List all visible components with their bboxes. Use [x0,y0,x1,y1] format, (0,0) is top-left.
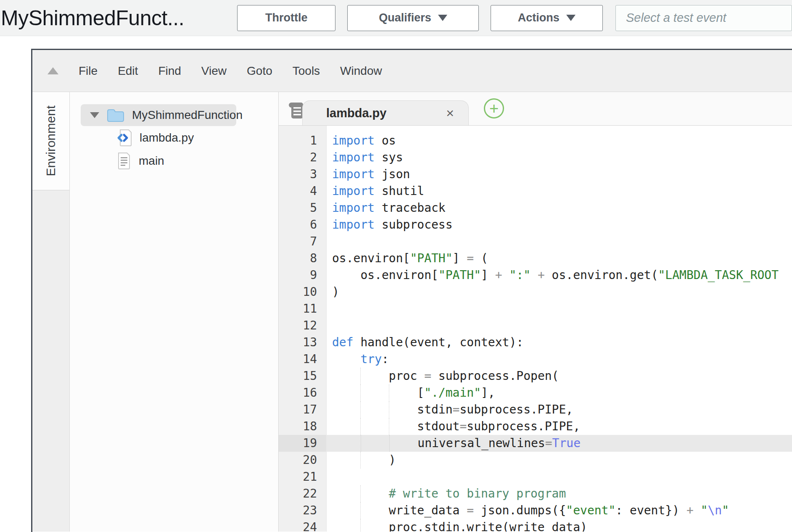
menu-item-edit[interactable]: Edit [118,64,138,78]
line-content: import os [326,132,792,149]
code-line-10[interactable]: 10) [279,284,792,300]
actions-button-label: Actions [518,11,560,24]
folder-icon [107,108,124,122]
menu-item-file[interactable]: File [79,64,98,78]
code-line-19[interactable]: 19 universal_newlines=True [279,435,792,452]
line-number: 9 [279,267,326,284]
tab-lambda-py[interactable]: lambda.py × [302,100,469,125]
line-number: 10 [279,284,326,300]
line-content: universal_newlines=True [327,435,792,452]
code-line-22[interactable]: 22 # write to binary program [279,485,792,502]
line-content [326,233,792,250]
line-content: ["./main"], [326,385,792,401]
menu-item-window[interactable]: Window [340,64,382,78]
throttle-button[interactable]: Throttle [237,5,335,31]
line-content [326,469,792,485]
line-number: 6 [279,216,326,233]
code-line-6[interactable]: 6import subprocess [279,216,792,233]
editor-tabbar: lambda.py × + [279,92,792,126]
line-number: 23 [279,502,326,519]
aws-function-header: MyShimmedFunct... Throttle Qualifiers Ac… [0,0,792,36]
indent-guide [361,435,361,452]
code-line-11[interactable]: 11 [279,300,792,317]
line-number: 7 [279,233,326,250]
code-line-7[interactable]: 7 [279,233,792,250]
code-line-4[interactable]: 4import shutil [279,183,792,200]
file-tree-panel: MyShimmedFunction lambda.pymain [70,92,279,532]
line-number: 13 [279,334,326,351]
code-line-14[interactable]: 14 try: [279,351,792,368]
code-line-1[interactable]: 1import os [279,132,792,149]
indent-guide [360,502,361,519]
line-content: # write to binary program [326,485,792,502]
tab-close-icon[interactable]: × [446,106,454,120]
code-line-3[interactable]: 3import json [279,166,792,183]
line-number: 2 [279,149,326,166]
line-number: 24 [279,519,326,532]
test-event-placeholder: Select a test event [626,11,726,25]
line-content: ) [326,452,792,469]
collapse-editor-icon[interactable] [48,67,58,74]
actions-dropdown-button[interactable]: Actions [491,5,603,31]
environment-tab[interactable]: Environment [32,92,69,190]
code-line-20[interactable]: 20 ) [279,452,792,469]
menu-item-goto[interactable]: Goto [247,64,272,78]
menu-item-find[interactable]: Find [158,64,181,78]
code-editor: lambda.py × + 1import os2import sys3impo… [279,92,792,532]
tab-list-icon[interactable] [288,102,304,121]
code-line-13[interactable]: 13def handle(event, context): [279,334,792,351]
code-line-23[interactable]: 23 write_data = json.dumps({"event": eve… [279,502,792,519]
code-line-5[interactable]: 5import traceback [279,200,792,216]
menu-item-tools[interactable]: Tools [293,64,320,78]
file-name: lambda.py [140,131,194,145]
line-content: import subprocess [326,216,792,233]
tree-folder-row[interactable]: MyShimmedFunction [81,104,236,126]
line-content: os.environ["PATH"] + ":" + os.environ.ge… [326,267,792,284]
line-content: import traceback [326,200,792,216]
indent-guide [389,435,390,452]
line-content: import json [326,166,792,183]
line-number: 3 [279,166,326,183]
code-line-15[interactable]: 15 proc = subprocess.Popen( [279,368,792,385]
environment-tab-label: Environment [44,105,58,176]
indent-guide [389,401,389,418]
code-area[interactable]: 1import os2import sys3import json4import… [279,126,792,532]
line-number: 15 [279,368,326,385]
line-number: 18 [279,418,326,435]
tree-file-row-main[interactable]: main [70,149,278,172]
file-name: main [139,154,164,168]
code-line-24[interactable]: 24 proc.stdin.write(write_data) [279,519,792,532]
code-line-9[interactable]: 9 os.environ["PATH"] + ":" + os.environ.… [279,267,792,284]
line-number: 19 [279,435,326,452]
code-line-16[interactable]: 16 ["./main"], [279,385,792,401]
cloud9-editor-window: FileEditFindViewGotoToolsWindow Environm… [31,49,792,532]
indent-guide [360,519,361,532]
code-line-8[interactable]: 8os.environ["PATH"] = ( [279,250,792,267]
line-content: write_data = json.dumps({"event": event}… [326,502,792,519]
line-number: 17 [279,401,326,418]
code-line-21[interactable]: 21 [279,469,792,485]
code-line-2[interactable]: 2import sys [279,149,792,166]
line-number: 5 [279,200,326,216]
indent-guide [360,385,361,401]
test-event-select[interactable]: Select a test event [615,5,792,31]
caret-down-icon [438,15,447,21]
editor-menubar: FileEditFindViewGotoToolsWindow [32,50,792,92]
line-content: ) [326,284,792,300]
new-tab-button[interactable]: + [484,98,504,119]
line-content: stdin=subprocess.PIPE, [326,401,792,418]
line-content: import sys [326,149,792,166]
indent-guide [389,385,389,401]
left-tab-strip: Environment [32,92,70,532]
code-file-icon [117,129,132,147]
menu-item-view[interactable]: View [201,64,227,78]
code-line-18[interactable]: 18 stdout=subprocess.PIPE, [279,418,792,435]
line-content: os.environ["PATH"] = ( [326,250,792,267]
code-line-12[interactable]: 12 [279,317,792,334]
line-number: 20 [279,452,326,469]
code-line-17[interactable]: 17 stdin=subprocess.PIPE, [279,401,792,418]
tree-file-row-lambda-py[interactable]: lambda.py [70,126,278,149]
line-number: 11 [279,300,326,317]
qualifiers-dropdown-button[interactable]: Qualifiers [347,5,478,31]
folder-expand-caret-icon[interactable] [90,112,99,118]
